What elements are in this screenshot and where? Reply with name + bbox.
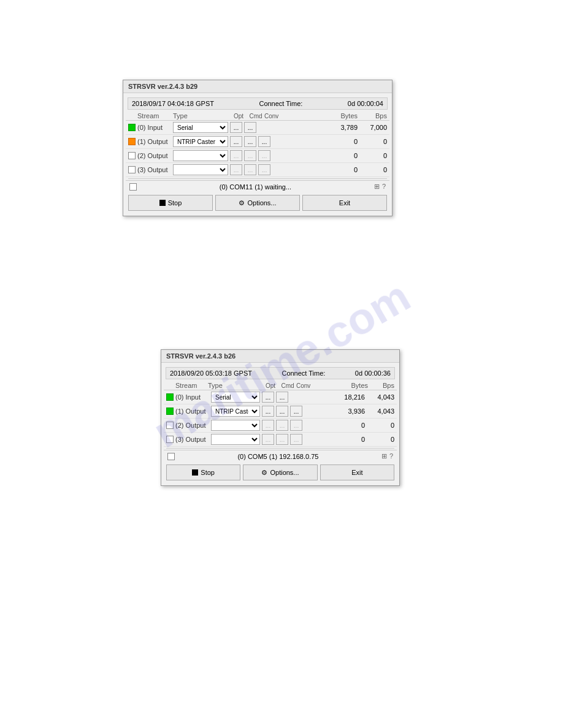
stream-2-label: (2) Output [137,152,171,159]
stream-0-cmd-btn[interactable]: ... [244,122,256,133]
window-2-status-text: (0) COM5 (1) 192.168.0.75 [178,453,378,460]
window-2-button-row: Stop ⚙ Options... Exit [164,462,397,483]
stream2-3-bytes: 0 [331,436,365,443]
col-bps-header: Bps [359,112,387,119]
stream-0-opt-btn[interactable]: ... [230,122,242,133]
stream-1-conv-btn[interactable]: ... [258,136,270,147]
window-1-options-button[interactable]: ⚙ Options... [215,195,300,211]
stream-0-type-select[interactable]: Serial [173,122,228,133]
exit-label: Exit [351,469,362,476]
stop-icon [192,469,198,476]
stream-0-bps: 7,000 [359,124,387,131]
window-2-status-icons: ⊞ ? [381,452,393,460]
stream2-1-cmd-btn[interactable]: ... [276,406,288,417]
stream-1-label: (1) Output [137,138,171,145]
stream2-1-indicator [166,408,174,415]
stream-3-opt-btn[interactable]: ... [230,164,242,175]
stream-2-type-select[interactable] [173,150,228,161]
col-stream-header: Stream [175,382,206,389]
grid-icon[interactable]: ⊞ [374,183,380,191]
stream-1-bytes: 0 [324,138,358,145]
col-type-header: Type [173,112,228,119]
stream2-1-bytes: 3,936 [331,408,365,415]
stream2-2-checkbox[interactable] [166,422,174,429]
stream-3-type-select[interactable] [173,164,228,175]
window-1-datetime: 2018/09/17 04:04:18 GPST [132,100,214,107]
stream2-1-label: (1) Output [175,408,209,415]
window-1-title: STRSVR ver.2.4.3 b29 [128,83,197,90]
stream-1-indicator [128,138,136,145]
stream-3-cmd-btn[interactable]: ... [244,164,256,175]
stream-1-type-select[interactable]: NTRIP Caster [173,136,228,147]
stream-2-bytes: 0 [324,152,358,159]
window-1-status-checkbox[interactable] [129,183,137,191]
table-row: (2) Output ... ... ... 0 0 [126,149,389,163]
col-bps-header: Bps [370,382,394,389]
window-2-title: STRSVR ver.2.4.3 b26 [166,352,236,360]
stream-1-bps: 0 [359,138,387,145]
stream2-2-conv-btn[interactable]: ... [290,420,302,431]
stream2-2-cmd-btn[interactable]: ... [276,420,288,431]
stream-2-checkbox[interactable] [128,152,136,159]
table-row: (1) Output NTRIP Caster ... ... ... 0 0 [126,135,389,149]
stream-0-label: (0) Input [137,124,171,131]
stream2-3-opt-btn[interactable]: ... [262,434,274,445]
stream2-1-opt-btn[interactable]: ... [262,406,274,417]
col-conv-header: Conv [296,382,310,389]
stream2-3-bps: 0 [367,436,394,443]
stream2-0-bps: 4,043 [367,393,394,401]
stream-1-opt-btn[interactable]: ... [230,136,242,147]
stream-1-cmd-btn[interactable]: ... [244,136,256,147]
stream2-0-cmd-btn[interactable]: ... [276,392,288,403]
stream2-3-type-select[interactable] [211,434,260,445]
window-2-datetime: 2018/09/20 05:03:18 GPST [170,370,252,377]
window-2-exit-button[interactable]: Exit [320,464,394,480]
stream-3-label: (3) Output [137,166,171,173]
col-bytes-header: Bytes [337,382,368,389]
stream-3-bps: 0 [359,166,387,173]
window-2-stop-button[interactable]: Stop [166,464,240,480]
window-2-status-checkbox[interactable] [167,453,175,460]
stream2-3-conv-btn[interactable]: ... [290,434,302,445]
stream2-2-type-select[interactable] [211,420,260,431]
window-1-stop-button[interactable]: Stop [128,195,213,211]
stream-3-checkbox[interactable] [128,166,136,173]
grid-icon[interactable]: ⊞ [381,452,387,460]
help-icon[interactable]: ? [382,183,386,191]
col-cmd-header: Cmd [249,113,262,119]
stream2-2-opt-btn[interactable]: ... [262,420,274,431]
stream2-0-opt-btn[interactable]: ... [262,392,274,403]
stream-0-bytes: 3,789 [324,124,358,131]
stream-2-cmd-btn[interactable]: ... [244,150,256,161]
stream2-0-label: (0) Input [175,393,209,401]
stream2-2-bps: 0 [367,422,394,429]
stream-3-conv-btn[interactable]: ... [258,164,270,175]
stop-label: Stop [201,469,215,476]
stream-0-indicator [128,124,136,131]
window-1-status-text: (0) COM11 (1) waiting... [140,183,370,191]
stream2-0-bytes: 18,216 [331,393,365,401]
stream2-1-bps: 4,043 [367,408,394,415]
window-2-options-button[interactable]: ⚙ Options... [243,464,317,480]
window-1-exit-button[interactable]: Exit [302,195,387,211]
stream-2-opt-btn[interactable]: ... [230,150,242,161]
stream-2-conv-btn[interactable]: ... [258,150,270,161]
window-2-status-row: (0) COM5 (1) 192.168.0.75 ⊞ ? [164,450,397,462]
col-cmd-header: Cmd [281,382,294,389]
table-row: (3) Output ... ... ... 0 0 [164,433,397,447]
stream2-0-type-select[interactable]: Serial [211,392,260,403]
stream2-1-type-select[interactable]: NTRIP Caster [211,406,260,417]
stream2-3-label: (3) Output [175,436,209,443]
window-1-connect-label: Connect Time: [259,100,302,107]
options-icon: ⚙ [261,469,267,477]
window-2-col-headers: Stream Type Opt Cmd Conv Bytes Bps [164,381,397,390]
col-type-header: Type [208,382,260,389]
stream2-1-conv-btn[interactable]: ... [290,406,302,417]
stop-label: Stop [168,199,182,207]
window-2-titlebar: STRSVR ver.2.4.3 b26 [161,350,399,363]
stream2-3-cmd-btn[interactable]: ... [276,434,288,445]
window-2-connect-value: 0d 00:00:36 [355,370,391,377]
help-icon[interactable]: ? [389,452,393,460]
table-row: (0) Input Serial ... ... 18,216 4,043 [164,390,397,404]
stream2-3-checkbox[interactable] [166,436,174,443]
